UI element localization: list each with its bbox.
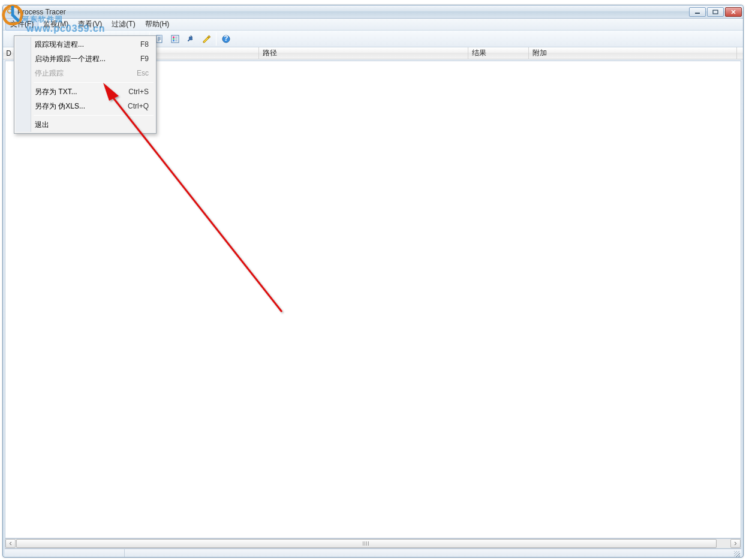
close-button[interactable] — [725, 7, 742, 17]
menu-item-label: 另存为 伪XLS... — [35, 101, 85, 112]
svg-rect-3 — [713, 10, 718, 14]
column-result[interactable]: 结果 — [468, 47, 529, 59]
menu-item-shortcut: F9 — [140, 55, 149, 63]
scroll-left-icon[interactable] — [5, 539, 16, 548]
svg-rect-8 — [173, 38, 175, 40]
app-icon — [7, 8, 15, 16]
column-path[interactable]: 路径 — [259, 47, 468, 59]
menu-filter[interactable]: 过滤(T) — [107, 18, 140, 31]
title-bar: Process Tracer — [3, 5, 743, 19]
svg-rect-2 — [695, 13, 700, 14]
svg-line-1 — [11, 12, 14, 14]
menu-item-label: 跟踪现有进程... — [35, 40, 84, 50]
svg-rect-7 — [173, 37, 175, 38]
toolbar-pin-icon[interactable] — [184, 32, 198, 46]
menu-item-label: 启动并跟踪一个进程... — [35, 54, 106, 64]
scroll-track[interactable] — [16, 539, 730, 548]
menu-item-shortcut: Esc — [137, 69, 149, 77]
maximize-button[interactable] — [707, 7, 724, 17]
status-bar — [5, 549, 741, 557]
menu-item-label: 停止跟踪 — [35, 68, 64, 79]
svg-rect-9 — [173, 40, 175, 41]
menu-item-start-trace[interactable]: 启动并跟踪一个进程... F9 — [16, 52, 155, 66]
menu-view[interactable]: 查看(V) — [73, 18, 107, 31]
toolbar-help-icon[interactable]: ? — [219, 32, 233, 46]
menu-item-save-xls[interactable]: 另存为 伪XLS... Ctrl+Q — [16, 99, 155, 113]
menu-item-save-txt[interactable]: 另存为 TXT... Ctrl+S — [16, 85, 155, 99]
toolbar-properties-icon[interactable] — [168, 32, 182, 46]
menu-item-stop-trace: 停止跟踪 Esc — [16, 66, 155, 80]
menu-help[interactable]: 帮助(H) — [140, 18, 175, 31]
column-extra[interactable]: 附加 — [529, 47, 737, 59]
status-cell — [5, 549, 125, 557]
menu-item-shortcut: Ctrl+Q — [128, 102, 149, 110]
window-controls — [689, 7, 742, 17]
menu-file[interactable]: 文件(F) — [5, 18, 38, 31]
scroll-thumb[interactable] — [16, 539, 717, 548]
svg-text:?: ? — [224, 34, 228, 43]
menu-monitor[interactable]: 监视(M) — [38, 18, 73, 31]
menu-item-label: 退出 — [35, 120, 49, 130]
menu-item-shortcut: Ctrl+S — [128, 88, 149, 96]
menu-bar: 文件(F) 监视(M) 查看(V) 过滤(T) 帮助(H) — [3, 19, 743, 31]
dropdown-separator — [34, 115, 154, 116]
toolbar-separator — [216, 32, 216, 46]
menu-item-label: 另存为 TXT... — [35, 87, 77, 97]
dropdown-separator — [34, 82, 154, 83]
horizontal-scrollbar[interactable] — [5, 538, 741, 549]
minimize-button[interactable] — [689, 7, 706, 17]
window-title: Process Tracer — [17, 8, 66, 16]
toolbar-highlight-icon[interactable] — [199, 32, 213, 46]
menu-item-exit[interactable]: 退出 — [16, 118, 155, 132]
svg-rect-5 — [160, 35, 162, 37]
svg-point-0 — [8, 8, 12, 13]
resize-grip-icon[interactable] — [732, 549, 741, 558]
file-menu-dropdown: 跟踪现有进程... F8 启动并跟踪一个进程... F9 停止跟踪 Esc 另存… — [14, 35, 157, 134]
menu-item-trace-existing[interactable]: 跟踪现有进程... F8 — [16, 37, 155, 52]
menu-item-shortcut: F8 — [140, 40, 149, 49]
application-window: Process Tracer 文件(F) 监视(M) 查看(V) 过滤(T) 帮… — [2, 5, 744, 558]
scroll-right-icon[interactable] — [730, 539, 741, 548]
